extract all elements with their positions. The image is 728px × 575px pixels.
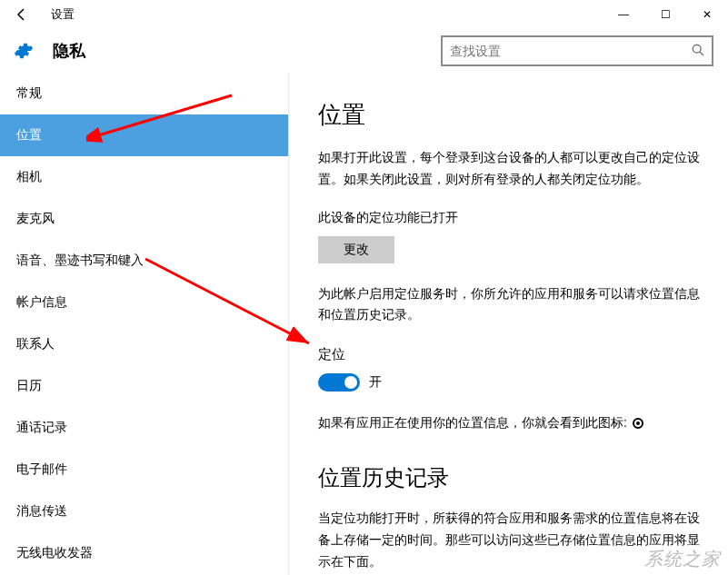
sidebar-item-speech-ink-typing[interactable]: 语音、墨迹书写和键入 xyxy=(0,240,288,282)
change-button[interactable]: 更改 xyxy=(318,236,394,263)
sidebar-item-radios[interactable]: 无线电收发器 xyxy=(0,532,288,574)
back-button[interactable] xyxy=(0,0,44,29)
svg-line-1 xyxy=(700,52,703,55)
close-button[interactable]: ✕ xyxy=(686,0,728,29)
header: 隐私 xyxy=(0,29,728,73)
icon-hint-text: 如果有应用正在使用你的位置信息，你就会看到此图标: xyxy=(318,412,627,434)
section-heading-location: 位置 xyxy=(318,94,701,134)
location-description: 如果打开此设置，每个登录到这台设备的人都可以更改自己的定位设置。如果关闭此设置，… xyxy=(318,147,701,191)
history-description: 当定位功能打开时，所获得的符合应用和服务需求的位置信息将在设备上存储一定的时间。… xyxy=(318,508,701,572)
content-pane: 位置 如果打开此设置，每个登录到这台设备的人都可以更改自己的定位设置。如果关闭此… xyxy=(289,73,728,575)
service-description: 为此帐户启用定位服务时，你所允许的应用和服务可以请求位置信息和位置历史记录。 xyxy=(318,283,701,327)
sidebar-item-account-info[interactable]: 帐户信息 xyxy=(0,282,288,323)
section-heading-history: 位置历史记录 xyxy=(318,460,701,497)
toggle-state-label: 开 xyxy=(369,372,382,393)
title-bar: 设置 — ☐ ✕ xyxy=(0,0,728,29)
sidebar-item-microphone[interactable]: 麦克风 xyxy=(0,198,288,240)
sidebar-item-general[interactable]: 常规 xyxy=(0,73,288,114)
location-in-use-icon xyxy=(633,418,643,429)
location-toggle[interactable] xyxy=(318,373,360,392)
sidebar: 常规 位置 相机 麦克风 语音、墨迹书写和键入 帐户信息 联系人 日历 通话记录… xyxy=(0,73,289,575)
sidebar-item-camera[interactable]: 相机 xyxy=(0,156,288,198)
search-box[interactable] xyxy=(441,35,713,66)
search-icon xyxy=(692,44,704,59)
sidebar-item-email[interactable]: 电子邮件 xyxy=(0,449,288,491)
sidebar-item-calendar[interactable]: 日历 xyxy=(0,365,288,407)
svg-point-0 xyxy=(693,45,701,53)
sidebar-item-messaging[interactable]: 消息传送 xyxy=(0,491,288,532)
window-title: 设置 xyxy=(44,6,75,23)
sidebar-item-location[interactable]: 位置 xyxy=(0,114,288,156)
maximize-button[interactable]: ☐ xyxy=(644,0,686,29)
search-input[interactable] xyxy=(450,44,692,58)
page-title: 隐私 xyxy=(53,40,85,62)
device-location-status: 此设备的定位功能已打开 xyxy=(318,207,701,229)
watermark: 系统之家 xyxy=(644,547,721,571)
gear-icon xyxy=(13,40,35,62)
minimize-button[interactable]: — xyxy=(603,0,644,29)
sidebar-item-call-history[interactable]: 通话记录 xyxy=(0,407,288,449)
locate-label: 定位 xyxy=(318,342,701,366)
sidebar-item-contacts[interactable]: 联系人 xyxy=(0,323,288,365)
